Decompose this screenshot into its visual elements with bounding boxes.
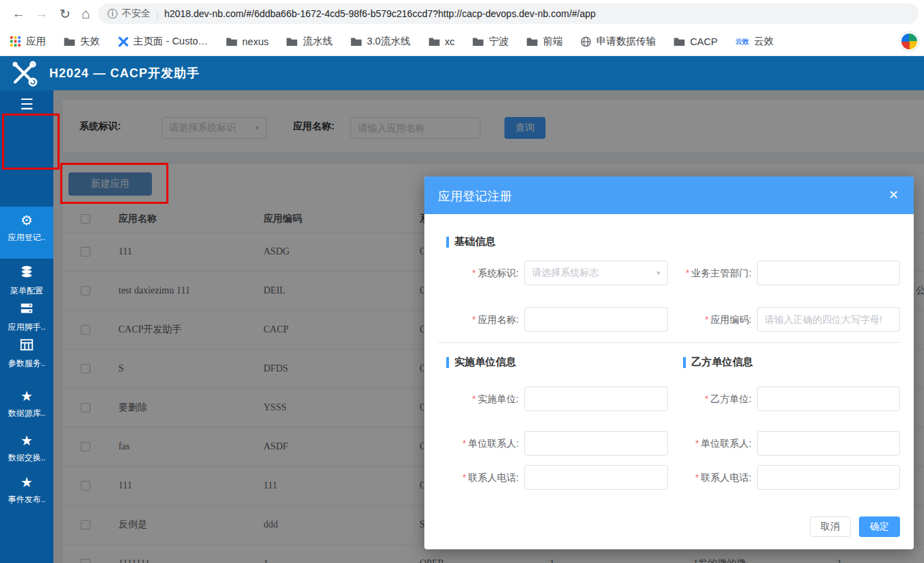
required-asterisk: * bbox=[705, 314, 708, 325]
dialog-title: 应用登记注册 bbox=[438, 188, 512, 205]
folder-icon bbox=[286, 36, 298, 47]
bookmark-item[interactable]: xc bbox=[428, 36, 455, 47]
modal-impl-unit-field bbox=[524, 387, 668, 411]
home-icon[interactable]: ⌂ bbox=[77, 5, 94, 23]
sidebar-item-label: 应用登记.. bbox=[0, 232, 53, 244]
modal-impl-phone-input[interactable] bbox=[524, 465, 668, 490]
profile-avatar[interactable] bbox=[900, 32, 919, 51]
required-asterisk: * bbox=[472, 267, 476, 278]
sidebar-item-event-publish[interactable]: ★事件发布.. bbox=[0, 469, 53, 506]
modal-app-name-input[interactable] bbox=[524, 307, 668, 332]
modal-app-code-input[interactable] bbox=[757, 307, 900, 332]
modal-impl-phone-field bbox=[524, 465, 668, 490]
modal-b-contact-field bbox=[757, 431, 900, 456]
bookmark-label: 失效 bbox=[80, 35, 100, 48]
app-register-dialog: 应用登记注册 ✕ 基础信息 *系统标识: 请选择系统标志 ▾ *业务主管部门: … bbox=[424, 176, 914, 549]
modal-impl-unit-input[interactable] bbox=[524, 387, 668, 411]
bookmark-item[interactable]: 3.0流水线 bbox=[350, 35, 411, 48]
sidebar: ☰ ⚙应用登记..菜单配置应用脚手..参数服务..★数据源库..★数据交换..★… bbox=[0, 90, 53, 563]
folder-icon bbox=[428, 36, 440, 47]
star-icon: ★ bbox=[0, 473, 53, 491]
modal-b-contact-label: *单位联系人: bbox=[650, 438, 752, 450]
grid-icon bbox=[0, 337, 53, 355]
required-asterisk: * bbox=[695, 472, 699, 483]
info-icon[interactable]: ⓘ bbox=[107, 8, 118, 21]
modal-app-code-label: *应用编码: bbox=[650, 314, 752, 326]
sidebar-item-app-scaffold[interactable]: 应用脚手.. bbox=[0, 296, 53, 333]
bookmark-label: nexus bbox=[242, 36, 269, 47]
bookmark-item[interactable]: 前端 bbox=[526, 35, 563, 48]
back-icon[interactable]: ← bbox=[10, 5, 27, 23]
star-icon: ★ bbox=[0, 432, 53, 449]
bookmark-item[interactable]: CACP bbox=[673, 36, 717, 47]
modal-system-id-select[interactable]: 请选择系统标志 ▾ bbox=[524, 261, 668, 285]
security-label: 不安全 bbox=[122, 8, 151, 20]
sidebar-item-datasource[interactable]: ★数据源库.. bbox=[0, 382, 53, 419]
page-title: H2024 — CACP开发助手 bbox=[49, 65, 200, 81]
modal-system-id-placeholder: 请选择系统标志 bbox=[532, 267, 599, 279]
modal-dept-field bbox=[757, 261, 900, 285]
bookmark-label: 申请数据传输 bbox=[596, 35, 656, 48]
required-asterisk: * bbox=[472, 314, 476, 325]
modal-b-contact-input[interactable] bbox=[757, 431, 900, 456]
sidebar-item-label: 数据交换.. bbox=[0, 452, 53, 464]
modal-impl-contact-input[interactable] bbox=[524, 431, 668, 456]
modal-impl-phone-label: *联系人电话: bbox=[437, 472, 519, 484]
bookmark-item[interactable]: 主页面 - Custo… bbox=[118, 35, 208, 48]
hamburger-menu-icon[interactable]: ☰ bbox=[0, 96, 53, 114]
section-bar bbox=[683, 357, 686, 368]
bookmark-label: 流水线 bbox=[303, 35, 333, 48]
bookmark-label: 主页面 - Custo… bbox=[133, 35, 208, 48]
bookmark-label: 前端 bbox=[543, 35, 563, 48]
bookmark-item[interactable]: nexus bbox=[226, 36, 269, 47]
bookmark-item[interactable]: 云效云效 bbox=[735, 35, 773, 48]
reload-icon[interactable]: ↻ bbox=[56, 5, 74, 23]
sidebar-item-data-exchange[interactable]: ★数据交换.. bbox=[0, 427, 53, 464]
modal-app-name-label: *应用名称: bbox=[437, 314, 519, 326]
app-logo-icon bbox=[10, 59, 38, 88]
close-icon[interactable]: ✕ bbox=[888, 187, 899, 202]
modal-system-id-label: *系统标识: bbox=[437, 267, 519, 280]
forward-icon[interactable]: → bbox=[33, 5, 51, 23]
modal-dept-input[interactable] bbox=[757, 261, 900, 285]
bookmark-item[interactable]: 流水线 bbox=[286, 35, 333, 48]
modal-b-unit-input[interactable] bbox=[757, 387, 900, 411]
folder-icon bbox=[673, 36, 685, 47]
bookmark-label: 3.0流水线 bbox=[367, 35, 411, 48]
folder-icon bbox=[64, 36, 75, 47]
modal-dept-label: *业务主管部门: bbox=[650, 267, 752, 280]
required-asterisk: * bbox=[695, 438, 699, 449]
sidebar-item-label: 事件发布.. bbox=[0, 494, 53, 506]
bookmark-label: 应用 bbox=[26, 35, 46, 48]
modal-impl-contact-label: *单位联系人: bbox=[437, 438, 519, 450]
folder-icon bbox=[526, 36, 538, 47]
server-icon bbox=[0, 301, 53, 319]
required-asterisk: * bbox=[463, 438, 466, 449]
bookmark-item[interactable]: 失效 bbox=[64, 35, 100, 48]
bookmark-label: CACP bbox=[690, 36, 717, 47]
modal-b-phone-label: *联系人电话: bbox=[650, 472, 752, 484]
star-icon: ★ bbox=[0, 387, 53, 405]
required-asterisk: * bbox=[705, 393, 708, 404]
modal-b-phone-input[interactable] bbox=[757, 465, 900, 490]
cancel-button[interactable]: 取消 bbox=[810, 516, 851, 537]
bookmark-item[interactable]: 应用 bbox=[10, 35, 46, 48]
modal-app-name-field bbox=[524, 307, 668, 332]
confluence-icon bbox=[118, 36, 129, 47]
dialog-header: 应用登记注册 ✕ bbox=[424, 176, 914, 214]
folder-icon bbox=[226, 36, 238, 47]
section-impl-label: 实施单位信息 bbox=[454, 356, 516, 369]
sidebar-item-menu-config[interactable]: 菜单配置 bbox=[0, 260, 53, 297]
confirm-button[interactable]: 确定 bbox=[859, 516, 900, 537]
bookmark-item[interactable]: 宁波 bbox=[472, 35, 509, 48]
section-bar bbox=[446, 357, 449, 368]
modal-b-unit-label: *乙方单位: bbox=[650, 393, 752, 406]
sidebar-item-param-service[interactable]: 参数服务.. bbox=[0, 332, 53, 369]
address-bar[interactable]: ⓘ 不安全 | h2018.dev-nb.com/#/6ddba66b-1672… bbox=[98, 3, 919, 24]
yunxiao-icon: 云效 bbox=[735, 37, 749, 47]
section-bar bbox=[446, 237, 449, 248]
bookmarks-bar: 应用失效主页面 - Custo…nexus流水线3.0流水线xc宁波前端申请数据… bbox=[0, 27, 924, 56]
bookmark-item[interactable]: 申请数据传输 bbox=[580, 35, 656, 48]
modal-impl-contact-field bbox=[524, 431, 668, 456]
sidebar-item-app-register[interactable]: ⚙应用登记.. bbox=[0, 207, 53, 259]
